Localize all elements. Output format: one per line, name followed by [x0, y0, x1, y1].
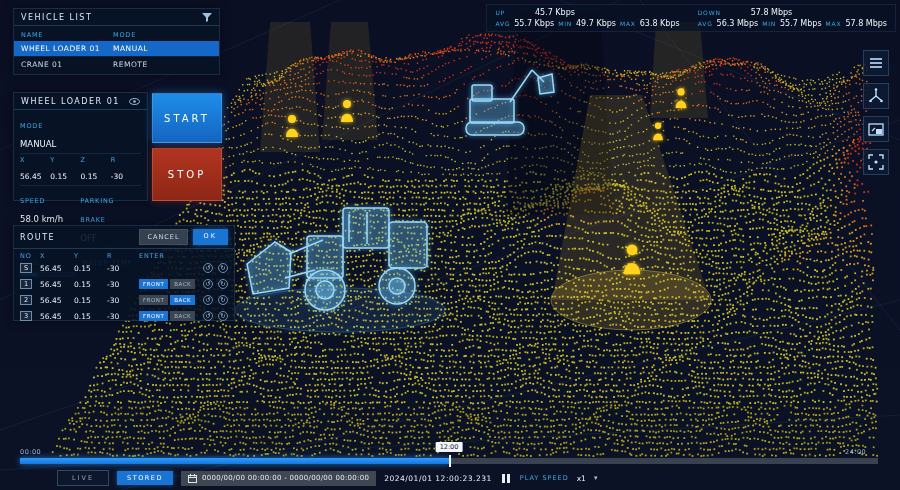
- mode-value: MANUAL: [20, 139, 56, 149]
- route-row-start[interactable]: S 56.45 0.15 -30 ↺ ↻: [14, 260, 234, 276]
- play-speed-value[interactable]: x1: [577, 474, 586, 483]
- ok-button[interactable]: OK: [193, 229, 228, 245]
- coord-x-value: 56.45: [20, 172, 41, 181]
- rotate-cw-icon[interactable]: ↻: [218, 295, 228, 305]
- filter-icon[interactable]: [202, 13, 212, 22]
- down-current: 57.8 Mbps: [751, 8, 793, 17]
- vehicle-list-header: NAME MODE: [14, 29, 219, 41]
- down-label: DOWN: [698, 9, 721, 16]
- playhead-tooltip: 12:00: [436, 442, 463, 452]
- network-stats-panel: UP 45.7 Kbps AVG 55.7 Kbps MIN 49.7 Kbps…: [486, 4, 896, 32]
- uplink-stats: UP 45.7 Kbps AVG 55.7 Kbps MIN 49.7 Kbps…: [495, 8, 679, 28]
- vehicle-name: WHEEL LOADER 01: [21, 44, 113, 53]
- axis-gizmo-icon: [868, 88, 884, 104]
- down-max: 57.8 Mbps: [845, 19, 887, 28]
- back-button[interactable]: BACK: [170, 279, 195, 289]
- down-avg: 56.3 Mbps: [717, 19, 759, 28]
- calendar-icon: [188, 474, 197, 483]
- route-row-1[interactable]: 1 56.45 0.15 -30 FRONT BACK ↺ ↻: [14, 276, 234, 292]
- recenter-button[interactable]: [863, 149, 889, 175]
- date-range-picker[interactable]: 0000/00/00 00:00:00 - 0000/00/00 00:00:0…: [181, 471, 376, 486]
- up-max: 63.8 Kbps: [640, 19, 680, 28]
- column-x: X: [40, 252, 74, 260]
- start-button[interactable]: START: [152, 93, 222, 143]
- vehicle-list-panel: VEHICLE LIST NAME MODE WHEEL LOADER 01 M…: [13, 8, 220, 75]
- rotate-ccw-icon[interactable]: ↺: [203, 263, 213, 273]
- route-title: ROUTE: [20, 233, 55, 242]
- vehicle-list-title: VEHICLE LIST: [21, 13, 92, 22]
- live-button[interactable]: LIVE: [57, 470, 109, 486]
- route-row-3[interactable]: 3 56.45 0.15 -30 FRONT BACK ↺ ↻: [14, 308, 234, 324]
- vehicle-row-crane[interactable]: CRANE 01 REMOTE: [14, 56, 219, 71]
- back-button[interactable]: BACK: [170, 311, 195, 321]
- pip-view-button[interactable]: [863, 116, 889, 142]
- stored-button[interactable]: STORED: [117, 471, 173, 485]
- front-button[interactable]: FRONT: [139, 311, 168, 321]
- parking-brake-label: PARKING BRAKE: [80, 197, 114, 224]
- coord-y-label: Y: [50, 156, 80, 164]
- waypoint-badge: 1: [20, 279, 32, 289]
- stop-button[interactable]: STOP: [152, 148, 222, 201]
- rotate-cw-icon[interactable]: ↻: [218, 279, 228, 289]
- route-table-header: NO X Y R ENTER: [14, 249, 234, 260]
- waypoint-badge: S: [20, 263, 32, 273]
- main-viewport: VEHICLE LIST NAME MODE WHEEL LOADER 01 M…: [0, 0, 900, 490]
- pause-icon: [502, 474, 505, 483]
- coord-r-label: R: [111, 156, 141, 164]
- chevron-down-icon[interactable]: ▾: [594, 474, 598, 482]
- route-panel: ROUTE CANCEL OK NO X Y R ENTER S 56.45 0…: [13, 225, 235, 321]
- up-avg: 55.7 Kbps: [514, 19, 554, 28]
- speed-label: SPEED: [20, 197, 45, 205]
- axis-gizmo-button[interactable]: [863, 83, 889, 109]
- timeline-fill: [20, 458, 449, 464]
- playback-controls: LIVE STORED 0000/00/00 00:00:00 - 0000/0…: [57, 470, 597, 486]
- mode-label: MODE: [20, 122, 43, 130]
- recenter-icon: [868, 154, 884, 170]
- pause-button[interactable]: [500, 472, 512, 485]
- rotate-ccw-icon[interactable]: ↺: [203, 279, 213, 289]
- coord-x-label: X: [20, 156, 50, 164]
- coord-y-value: 0.15: [50, 172, 67, 181]
- back-button[interactable]: BACK: [170, 295, 195, 305]
- timeline-start-time: 00:00: [20, 448, 41, 456]
- front-button[interactable]: FRONT: [139, 295, 168, 305]
- vehicle-mode: REMOTE: [113, 60, 148, 69]
- menu-button[interactable]: [863, 50, 889, 76]
- coord-r-value: -30: [111, 172, 123, 181]
- vehicle-detail-panel: WHEEL LOADER 01 MODE MANUAL X 56.45 Y 0.…: [13, 92, 148, 201]
- waypoint-badge: 3: [20, 311, 32, 321]
- column-r: R: [107, 252, 139, 260]
- rotate-ccw-icon[interactable]: ↺: [203, 311, 213, 321]
- column-y: Y: [74, 252, 107, 260]
- timeline-seekbar[interactable]: 12:00: [20, 458, 878, 464]
- vehicle-row-wheel-loader[interactable]: WHEEL LOADER 01 MANUAL: [14, 41, 219, 56]
- eye-icon[interactable]: [129, 98, 140, 105]
- rotate-ccw-icon[interactable]: ↺: [203, 295, 213, 305]
- vehicle-mode: MANUAL: [113, 44, 148, 53]
- waypoint-badge: 2: [20, 295, 32, 305]
- down-min: 55.7 Mbps: [780, 19, 822, 28]
- column-name: NAME: [21, 31, 113, 39]
- timeline-playhead[interactable]: 12:00: [449, 455, 451, 467]
- speed-value: 58.0 km/h: [20, 214, 63, 224]
- up-current: 45.7 Kbps: [535, 8, 575, 17]
- pip-view-icon: [868, 123, 884, 136]
- rotate-cw-icon[interactable]: ↻: [218, 263, 228, 273]
- menu-icon: [869, 57, 883, 69]
- front-button[interactable]: FRONT: [139, 279, 168, 289]
- current-timestamp: 2024/01/01 12:00:23.231: [384, 474, 492, 483]
- column-enter: ENTER: [139, 252, 201, 260]
- coord-z-label: Z: [81, 156, 111, 164]
- route-row-2[interactable]: 2 56.45 0.15 -30 FRONT BACK ↺ ↻: [14, 292, 234, 308]
- up-label: UP: [495, 9, 505, 16]
- date-range-text: 0000/00/00 00:00:00 - 0000/00/00 00:00:0…: [202, 474, 369, 482]
- downlink-stats: DOWN 57.8 Mbps AVG 56.3 Mbps MIN 55.7 Mb…: [698, 8, 887, 28]
- cancel-button[interactable]: CANCEL: [139, 229, 187, 245]
- column-mode: MODE: [113, 31, 136, 39]
- vehicle-name: CRANE 01: [21, 60, 113, 69]
- vehicle-detail-title: WHEEL LOADER 01: [21, 97, 120, 106]
- rotate-cw-icon[interactable]: ↻: [218, 311, 228, 321]
- timeline-end-time: 24:00: [845, 448, 866, 456]
- coord-z-value: 0.15: [81, 172, 98, 181]
- play-speed-label: PLAY SPEED: [520, 474, 569, 482]
